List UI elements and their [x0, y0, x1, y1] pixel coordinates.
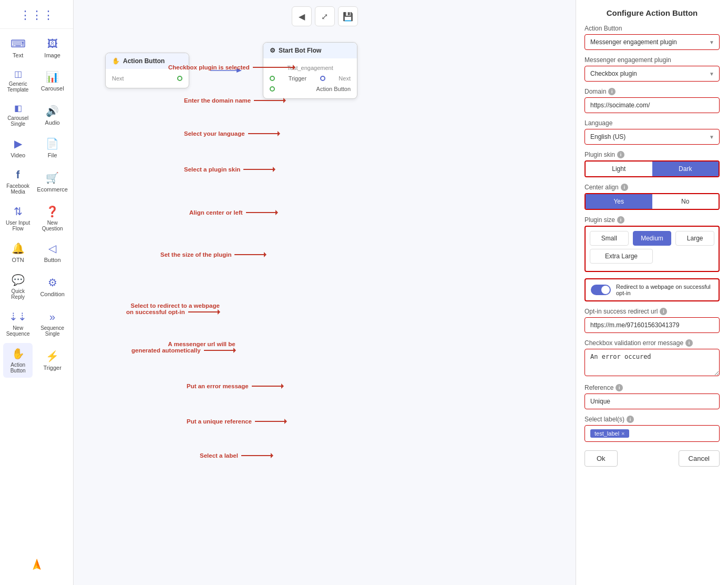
- select-labels-field-label: Select label(s) i: [585, 416, 720, 423]
- size-xl-btn[interactable]: Extra Large: [590, 249, 653, 264]
- action-button-node[interactable]: ✋ Action Button Next: [105, 53, 189, 88]
- arrow9: [252, 386, 283, 387]
- optin-url-field-group: Opt-in success redirect url i: [585, 308, 720, 333]
- action-button-next-port[interactable]: [177, 76, 182, 81]
- generic-template-icon: ◫: [14, 69, 22, 79]
- sidebar-item-video[interactable]: ▶ Video: [3, 133, 33, 163]
- sidebar-item-button[interactable]: ◁ Button: [35, 238, 70, 267]
- sidebar-item-generic-template[interactable]: ◫ Generic Template: [3, 65, 33, 97]
- arrow2: [254, 100, 285, 101]
- save-button[interactable]: 💾: [338, 6, 358, 26]
- text-icon: ⌨: [11, 37, 26, 50]
- otn-icon: 🔔: [12, 242, 25, 255]
- domain-field-label: Domain i: [585, 88, 720, 95]
- annotation-error-message: Put an error message: [187, 383, 283, 389]
- resize-icon: ⤢: [321, 12, 328, 22]
- messenger-engagement-select[interactable]: Checkbox plugin: [585, 66, 720, 82]
- new-sequence-icon: ⇣⇣: [9, 310, 27, 323]
- back-button[interactable]: ◀: [292, 6, 312, 26]
- sidebar-item-audio[interactable]: 🔊 Audio: [35, 99, 70, 131]
- arrow6: [234, 254, 266, 255]
- action-button-field-group: Action Button Messenger engagement plugi…: [585, 25, 720, 50]
- sidebar-item-new-sequence[interactable]: ⇣⇣ New Sequence: [3, 306, 33, 341]
- sidebar-item-condition[interactable]: ⚙ Condition: [35, 269, 70, 304]
- redirect-toggle-switch[interactable]: [591, 285, 611, 295]
- trigger-port[interactable]: [270, 76, 275, 81]
- center-align-no-btn[interactable]: No: [652, 194, 719, 209]
- button-sidebar-icon: ◁: [48, 242, 56, 255]
- action-button-select-wrapper: Messenger engagement plugin: [585, 34, 720, 50]
- domain-input[interactable]: [585, 97, 720, 113]
- arrow4: [243, 169, 275, 170]
- quick-reply-icon: 💬: [12, 274, 25, 286]
- redirect-toggle-label: Redirect to a webpage on successful opt-…: [616, 284, 713, 296]
- trigger-next-port[interactable]: [320, 76, 325, 81]
- language-select[interactable]: English (US): [585, 129, 720, 145]
- validation-error-textarea[interactable]: An error occured: [585, 349, 720, 376]
- sidebar-item-carousel[interactable]: 📊 Carousel: [35, 65, 70, 97]
- size-medium-btn[interactable]: Medium: [633, 231, 672, 246]
- action-button-node-body: Next: [106, 69, 189, 88]
- optin-url-input[interactable]: [585, 317, 720, 333]
- center-align-field-group: Center align i Yes No: [585, 184, 720, 210]
- sidebar-item-user-input-flow[interactable]: ⇅ User Input Flow: [3, 201, 33, 236]
- audio-icon: 🔊: [46, 105, 59, 117]
- sidebar-item-sequence-single[interactable]: » Sequence Single: [35, 306, 70, 341]
- label-input-box[interactable]: test_label ×: [585, 425, 720, 442]
- annotation-messenger-url: A messenger url will be generated autome…: [131, 341, 235, 354]
- sidebar-item-file[interactable]: 📄 File: [35, 133, 70, 163]
- language-field-label: Language: [585, 119, 720, 127]
- start-bot-flow-node[interactable]: ⚙ Start Bot Flow Test_engagement Trigger…: [263, 42, 357, 99]
- sidebar-item-quick-reply[interactable]: 💬 Quick Reply: [3, 269, 33, 304]
- annotation-reference: Put a unique reference: [187, 418, 286, 425]
- action-button-select[interactable]: Messenger engagement plugin: [585, 34, 720, 50]
- sequence-single-icon: »: [49, 311, 55, 323]
- reference-input[interactable]: [585, 394, 720, 409]
- action-button-node-header: ✋ Action Button: [106, 53, 189, 69]
- sidebar-item-otn[interactable]: 🔔 OTN: [3, 238, 33, 267]
- size-small-btn[interactable]: Small: [590, 231, 629, 246]
- connector-line: [210, 65, 242, 76]
- start-bot-flow-icon: ⚙: [270, 47, 275, 54]
- sidebar-item-trigger[interactable]: ⚡ Trigger: [35, 343, 70, 378]
- redirect-toggle-row: Redirect to a webpage on successful opt-…: [585, 278, 720, 301]
- size-large-btn[interactable]: Large: [675, 231, 714, 246]
- video-icon: ▶: [14, 137, 22, 150]
- plugin-skin-dark-btn[interactable]: Dark: [652, 162, 719, 176]
- action-button-port[interactable]: [270, 86, 275, 92]
- sidebar-item-facebook-media[interactable]: f Facebook Media: [3, 165, 33, 199]
- new-question-icon: ❓: [46, 205, 59, 218]
- action-button-field-label: Action Button: [585, 25, 720, 32]
- resize-button[interactable]: ⤢: [315, 6, 335, 26]
- sidebar-item-action-button[interactable]: ✋ Action Button: [3, 343, 33, 378]
- reference-field-group: Reference i: [585, 384, 720, 409]
- optin-url-info-icon: i: [660, 308, 667, 315]
- carousel-icon: 📊: [46, 70, 59, 83]
- plugin-size-row1: Small Medium Large: [590, 231, 714, 246]
- carousel-single-icon: ◧: [14, 103, 22, 113]
- domain-info-icon: i: [608, 88, 616, 95]
- arrow10: [255, 421, 286, 422]
- plugin-size-info-icon: i: [617, 216, 624, 224]
- panel-footer: Ok Cancel: [585, 450, 720, 467]
- sidebar-item-carousel-single[interactable]: ◧ Carousel Single: [3, 99, 33, 131]
- validation-error-info-icon: i: [685, 339, 693, 347]
- center-align-yes-btn[interactable]: Yes: [586, 194, 652, 209]
- messenger-engagement-field-label: Messenger engagement plugin: [585, 56, 720, 64]
- sidebar-item-image[interactable]: 🖼 Image: [35, 33, 70, 63]
- annotation-plugin-size: Set the size of the plugin: [160, 251, 266, 258]
- annotation-center-align: Align center or left: [189, 209, 278, 216]
- ecommerce-icon: 🛒: [46, 172, 59, 184]
- trigger-icon: ⚡: [46, 350, 59, 362]
- reference-field-label: Reference i: [585, 384, 720, 391]
- select-labels-field-group: Select label(s) i test_label ×: [585, 416, 720, 442]
- ok-button[interactable]: Ok: [585, 450, 618, 467]
- sidebar-item-text[interactable]: ⌨ Text: [3, 33, 33, 63]
- plugin-skin-light-btn[interactable]: Light: [586, 162, 652, 176]
- sidebar-item-ecommerce[interactable]: 🛒 Ecommerce: [35, 165, 70, 199]
- sidebar-item-new-question[interactable]: ❓ New Question: [35, 201, 70, 236]
- plugin-skin-toggle-group: Light Dark: [585, 160, 720, 177]
- domain-field-group: Domain i: [585, 88, 720, 113]
- cancel-button[interactable]: Cancel: [679, 450, 720, 467]
- label-tag-close[interactable]: ×: [621, 430, 624, 437]
